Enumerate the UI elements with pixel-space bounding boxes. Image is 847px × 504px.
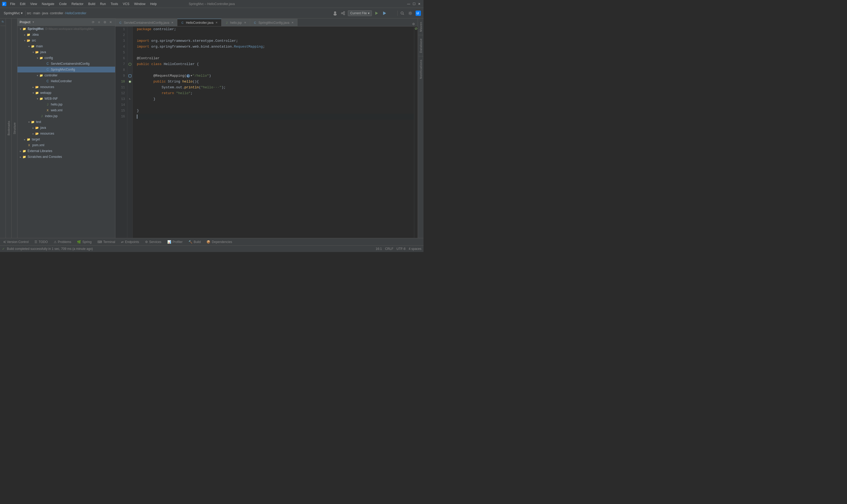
app-icon: J — [2, 2, 6, 6]
menu-build[interactable]: Build — [86, 2, 98, 6]
menu-bar[interactable]: File Edit View Navigate Code Refactor Bu… — [8, 2, 159, 6]
menu-code[interactable]: Code — [57, 2, 69, 6]
panel-dropdown[interactable]: ▾ — [33, 20, 34, 24]
database-label[interactable]: Database — [419, 36, 422, 55]
breadcrumb-java[interactable]: java — [42, 11, 48, 15]
bottom-tab-problems[interactable]: ⚠ Problems — [51, 239, 74, 245]
tab-settings-btn[interactable]: ⚙ — [411, 22, 416, 26]
tree-item-java-src[interactable]: ▾ 📂 java — [17, 49, 115, 55]
gutter-icon-6 — [127, 56, 132, 61]
indent[interactable]: 4 spaces — [409, 247, 421, 251]
test-resources-folder-icon: 📂 — [35, 131, 39, 136]
idea-folder-icon: 📁 — [27, 33, 31, 37]
tree-item-test[interactable]: ▾ 📁 test — [17, 119, 115, 125]
breadcrumb-src[interactable]: src — [27, 11, 31, 15]
bottom-tab-todo[interactable]: ☰ TODO — [32, 239, 50, 245]
tree-item-test-resources[interactable]: ▸ 📂 resources — [17, 131, 115, 137]
code-editor[interactable]: 1 2 3 4 5 6 7 8 9 10 11 12 13 14 15 16 — [116, 26, 418, 238]
menu-refactor[interactable]: Refactor — [69, 2, 86, 6]
panel-header-actions: ⟳ ≡ ⚙ ✕ — [91, 20, 113, 24]
tree-item-index-jsp[interactable]: J index.jsp — [17, 113, 115, 119]
bottom-tab-dependencies[interactable]: 📦 Dependencies — [204, 239, 235, 245]
project-selector[interactable]: SpringMvc ▾ — [2, 11, 24, 16]
menu-tools[interactable]: Tools — [108, 2, 120, 6]
tree-item-hello-jsp[interactable]: J hello.jsp — [17, 102, 115, 107]
tree-item-target[interactable]: ▸ 📁 target — [17, 137, 115, 142]
tree-item-config[interactable]: ▾ 📁 config — [17, 55, 115, 61]
tab-close-servlet[interactable]: ✕ — [171, 21, 174, 24]
tab-servlet[interactable]: C ServletContainersInitConfig.java ✕ — [116, 19, 177, 26]
run-config-btn[interactable]: Current File ▾ — [348, 10, 372, 16]
tab-close-hellosj[interactable]: ✕ — [243, 21, 247, 24]
vcs-btn[interactable] — [340, 10, 346, 16]
tab-hellosj[interactable]: J hello.jsp ✕ — [222, 19, 250, 26]
bottom-tab-profiler[interactable]: 📊 Profiler — [165, 239, 185, 245]
tree-item-webapp[interactable]: ▾ 📁 webapp — [17, 90, 115, 96]
tree-arrow-main: ▾ — [27, 44, 31, 48]
menu-edit[interactable]: Edit — [18, 2, 28, 6]
code-line-3: import org.springframework.stereotype.Co… — [137, 38, 414, 44]
panel-close-btn[interactable]: ✕ — [108, 20, 113, 24]
code-content[interactable]: package controller; import org.springfra… — [133, 26, 414, 238]
menu-navigate[interactable]: Navigate — [40, 2, 56, 6]
gutter-icon-10[interactable] — [127, 79, 132, 85]
menu-run[interactable]: Run — [98, 2, 108, 6]
stop-btn[interactable] — [390, 10, 396, 16]
tree-item-root[interactable]: ▾ 📁 SpringMvc D:\Maven-workspace-idea\Sp… — [17, 26, 115, 32]
gutter-icon-14 — [127, 102, 132, 108]
maximize-btn[interactable]: ☐ — [412, 2, 416, 6]
bottom-tab-terminal[interactable]: ⌨ Terminal — [95, 239, 118, 245]
tab-hello[interactable]: C HelloController.java ✕ — [177, 19, 222, 26]
tree-item-test-java[interactable]: ▸ 📂 java — [17, 125, 115, 131]
breadcrumb-main[interactable]: main — [33, 11, 40, 15]
bottom-tab-build[interactable]: 🔨 Build — [186, 239, 204, 245]
tree-item-src[interactable]: ▾ 📂 src — [17, 38, 115, 43]
tab-close-springmvc[interactable]: ✕ — [291, 21, 294, 24]
menu-file[interactable]: File — [8, 2, 17, 6]
bookmarks-label[interactable]: Bookmarks — [6, 120, 11, 137]
tab-springmvc[interactable]: C SpringMvcConfig.java ✕ — [250, 19, 298, 26]
tree-item-idea[interactable]: ▸ 📁 .idea — [17, 32, 115, 38]
project-icon[interactable]: P — [0, 20, 5, 23]
window-controls[interactable]: — ☐ ✕ — [407, 2, 421, 6]
menu-help[interactable]: Help — [148, 2, 159, 6]
settings-btn[interactable] — [407, 10, 413, 16]
tree-item-springmvcconfig[interactable]: C SpringMvcConfig — [17, 67, 115, 72]
debug-btn[interactable] — [381, 10, 388, 16]
tree-item-main[interactable]: ▾ 📁 main — [17, 43, 115, 49]
notifications-label[interactable]: Notifications — [419, 57, 422, 81]
tab-close-hello[interactable]: ✕ — [215, 21, 218, 24]
minimize-btn[interactable]: — — [407, 2, 411, 6]
menu-vcs[interactable]: VCS — [121, 2, 132, 6]
tree-item-scratches[interactable]: ▸ 📁 Scratches and Consoles — [17, 154, 115, 160]
bottom-tab-services[interactable]: ⚙ Services — [142, 239, 164, 245]
close-btn[interactable]: ✕ — [417, 2, 421, 6]
menu-view[interactable]: View — [28, 2, 39, 6]
breadcrumb-controller[interactable]: controller — [50, 11, 63, 15]
panel-collapse-btn[interactable]: ≡ — [97, 20, 101, 24]
tree-item-servlet[interactable]: C ServletContainersInitConfig — [17, 61, 115, 67]
breadcrumb-class[interactable]: HelloController — [65, 11, 86, 15]
maven-label[interactable]: Maven — [419, 20, 422, 34]
tree-item-ext-libs[interactable]: ▸ 📁 External Libraries — [17, 148, 115, 154]
tree-item-hellocontroller[interactable]: C HelloController — [17, 78, 115, 84]
line-ending[interactable]: CRLF — [385, 247, 393, 251]
search-everywhere-btn[interactable] — [399, 10, 405, 16]
tree-item-pom[interactable]: X pom.xml — [17, 142, 115, 148]
menu-window[interactable]: Window — [132, 2, 148, 6]
profile-btn[interactable] — [332, 10, 338, 16]
tree-item-web-xml[interactable]: X web.xml — [17, 107, 115, 113]
tree-item-controller[interactable]: ▾ 📁 controller — [17, 72, 115, 78]
panel-sync-btn[interactable]: ⟳ — [91, 20, 96, 24]
encoding[interactable]: UTF-8 — [397, 247, 405, 251]
structure-label[interactable]: Structure — [12, 121, 17, 136]
bottom-tab-version-control[interactable]: ⑆ Version Control — [1, 239, 31, 245]
run-btn[interactable] — [374, 10, 380, 16]
bottom-tab-endpoints[interactable]: ⇌ Endpoints — [118, 239, 142, 245]
tree-label-src: src — [32, 39, 36, 42]
tree-item-resources[interactable]: ▸ 📂 resources — [17, 84, 115, 90]
panel-settings-btn[interactable]: ⚙ — [102, 20, 107, 24]
cursor-position[interactable]: 16:1 — [376, 247, 382, 251]
tree-item-webinf[interactable]: ▾ 📁 WEB-INF — [17, 96, 115, 102]
bottom-tab-spring[interactable]: 🌿 Spring — [74, 239, 94, 245]
